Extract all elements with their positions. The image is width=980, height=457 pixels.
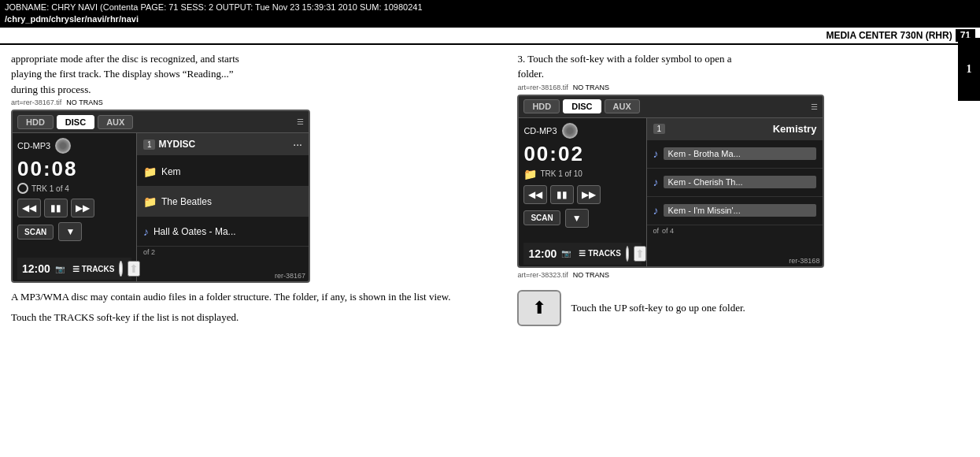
no-trans2: NO TRANS	[573, 84, 609, 91]
screen2-disc-icon	[562, 123, 578, 139]
art-ref-row2: art=rer-38168.tif NO TRANS	[517, 84, 956, 91]
screen2-trk-label: TRK 1 of 10	[540, 169, 582, 178]
art-ref3: art=rer-38323.tif	[517, 271, 568, 279]
screen2-format: CD-MP3	[523, 123, 641, 139]
music-icon-hall: ♪	[143, 225, 149, 238]
screen2-forward-button[interactable]: ▶▶	[577, 185, 601, 204]
touch-row: ⬆ Touch the UP soft-key to go up one fol…	[517, 290, 956, 326]
screen1-format-label: CD-MP3	[17, 141, 50, 150]
screen2-item1-name: Kem - Brotha Ma...	[664, 147, 817, 160]
folder-icon-kem: 📁	[143, 165, 157, 178]
art-ref1: art=rer-38167.tif	[11, 98, 61, 106]
screen1-item-kem-name: Kem	[161, 166, 181, 177]
screen1-controls: ◀◀ ▮▮ ▶▶	[17, 199, 131, 217]
screen2-time: 00:02	[523, 142, 641, 166]
screen2-item-3[interactable]: ♪ Kem - I'm Missin'...	[647, 197, 823, 225]
chapter-badge: 1	[958, 38, 980, 101]
folder-icon-beatles: 📁	[143, 195, 157, 208]
screen1-list-page: 1	[143, 139, 156, 150]
screen1-of-label: of 2	[143, 248, 155, 256]
screen1-format: CD-MP3	[17, 138, 131, 154]
left-para1-line2: playing the first track. The display sho…	[11, 68, 233, 80]
header-line1: JOBNAME: CHRY NAVI (Contenta PAGE: 71 SE…	[5, 2, 975, 13]
music-icon-3: ♪	[653, 204, 659, 217]
screen1-cam-icon: 📷	[55, 265, 65, 273]
screen2-format-label: CD-MP3	[523, 126, 557, 136]
screen2-ref: rer-38168	[789, 257, 819, 265]
screen2-tab-aux[interactable]: AUX	[605, 99, 640, 113]
screen2-tracks-label: TRACKS	[588, 249, 621, 258]
screen1-trk-info: TRK 1 of 4	[17, 183, 131, 194]
screen1-scan-button[interactable]: SCAN	[17, 225, 54, 240]
screen2-bottom-time: 12:00	[528, 247, 557, 260]
screen1-tracks-button[interactable]: ☰ TRACKS	[72, 265, 115, 273]
screen1-down-button[interactable]: ▼	[58, 222, 82, 241]
screen2-tab-hdd[interactable]: HDD	[523, 99, 560, 113]
screen1-bottom-row: 12:00 📷 ☰ TRACKS i ⬆	[17, 258, 131, 280]
touch-up-icon: ⬆	[532, 298, 546, 318]
screen2-up-button[interactable]: ⬆	[634, 246, 646, 262]
screen1-info-button[interactable]: i	[119, 261, 122, 277]
right-column: 3. Touch the soft-key with a folder symb…	[509, 51, 980, 457]
screen1-tab-aux[interactable]: AUX	[98, 115, 133, 129]
below-left-para2: Touch the TRACKS soft-key if the list is…	[11, 310, 501, 325]
screen1-disc-icon	[55, 138, 71, 154]
main-content: appropriate mode after the disc is recog…	[0, 45, 980, 457]
screen1-tabs: HDD DISC AUX ☰	[13, 111, 309, 133]
screen1-tab-disc[interactable]: DISC	[57, 115, 94, 129]
touch-text: Touch the UP soft-key to go up one folde…	[571, 300, 745, 316]
screen2-item-2[interactable]: ♪ Kem - Cherish Th...	[647, 169, 823, 197]
screen2-cam-icon: 📷	[561, 249, 571, 258]
screen1-forward-button[interactable]: ▶▶	[71, 199, 94, 217]
screen2-folder-trk-icon: 📁	[523, 168, 537, 180]
screen2-tab-disc[interactable]: DISC	[563, 99, 601, 113]
screen2-scan-button[interactable]: SCAN	[523, 210, 560, 225]
tracks2-icon: ☰	[579, 249, 586, 258]
screen2-right-icon: ☰	[811, 102, 818, 111]
header-line2: /chry_pdm/chrysler/navi/rhr/navi	[5, 13, 975, 25]
art-ref-row3: art=rer-38323.tif NO TRANS	[517, 271, 956, 279]
screen2-folder-header: Kemistry	[773, 123, 817, 135]
screen2-body: CD-MP3 00:02 📁 TRK 1 of 10 ◀◀ ▮▮ ▶▶ SC	[519, 118, 823, 268]
below-left-para1: A MP3/WMA disc may contain audio files i…	[11, 289, 501, 305]
screen1-body: CD-MP3 00:08 TRK 1 of 4 ◀◀ ▮▮ ▶▶ SCAN	[13, 133, 309, 283]
screen2-down-button[interactable]: ▼	[565, 209, 589, 228]
screen2-rewind-button[interactable]: ◀◀	[523, 185, 547, 204]
screen2-of-num: of 4	[662, 227, 674, 235]
right-para1-line2: folder.	[517, 68, 544, 80]
screen1-rewind-button[interactable]: ◀◀	[17, 199, 41, 217]
screen2-info-button[interactable]: i	[626, 246, 629, 262]
screen1-item-beatles[interactable]: 📁 The Beatles	[137, 187, 309, 217]
screen1-trk-icon	[17, 183, 28, 194]
screen2-left-panel: CD-MP3 00:02 📁 TRK 1 of 10 ◀◀ ▮▮ ▶▶ SC	[519, 118, 646, 268]
screen2-bottom-row: 12:00 📷 ☰ TRACKS i ⬆	[523, 243, 641, 265]
screen1-item-hall[interactable]: ♪ Hall & Oates - Ma...	[137, 217, 309, 247]
music-icon-2: ♪	[653, 176, 659, 188]
screen1-trk-label: TRK 1 of 4	[31, 184, 69, 193]
art-ref2: art=rer-38168.tif	[517, 84, 568, 91]
art-ref-row1: art=rer-38167.tif NO TRANS	[11, 98, 501, 106]
screen2-list-page: 1	[653, 124, 666, 134]
screen1-item-beatles-name: The Beatles	[161, 196, 212, 207]
left-para1-line1: appropriate mode after the disc is recog…	[11, 53, 239, 65]
screen1-left-panel: CD-MP3 00:08 TRK 1 of 4 ◀◀ ▮▮ ▶▶ SCAN	[13, 133, 137, 283]
screen1-item-kem[interactable]: 📁 Kem	[137, 157, 309, 187]
screen1-time: 00:08	[17, 157, 131, 181]
touch-icon-box: ⬆	[517, 290, 561, 326]
screen1-dots-button[interactable]: ···	[293, 138, 302, 150]
music-icon-1: ♪	[653, 147, 659, 160]
tracks-icon: ☰	[72, 265, 80, 273]
screen1-pause-button[interactable]: ▮▮	[44, 199, 68, 217]
no-trans3: NO TRANS	[573, 271, 609, 279]
screen1-tracks-label: TRACKS	[82, 265, 115, 273]
screen2-pause-button[interactable]: ▮▮	[550, 185, 574, 204]
page-title-bar: MEDIA CENTER 730N (RHR) 71	[0, 28, 980, 45]
left-column: appropriate mode after the disc is recog…	[0, 51, 509, 457]
screen1-tab-hdd[interactable]: HDD	[17, 115, 54, 129]
header-bar: JOBNAME: CHRY NAVI (Contenta PAGE: 71 SE…	[0, 0, 980, 28]
screen2-item-1[interactable]: ♪ Kem - Brotha Ma...	[647, 140, 823, 169]
screen2-tracks-button[interactable]: ☰ TRACKS	[579, 249, 621, 258]
right-para1-line1: 3. Touch the soft-key with a folder symb…	[517, 53, 731, 65]
screen2-controls: ◀◀ ▮▮ ▶▶	[523, 185, 641, 204]
screen2-trk-info: 📁 TRK 1 of 10	[523, 168, 641, 180]
